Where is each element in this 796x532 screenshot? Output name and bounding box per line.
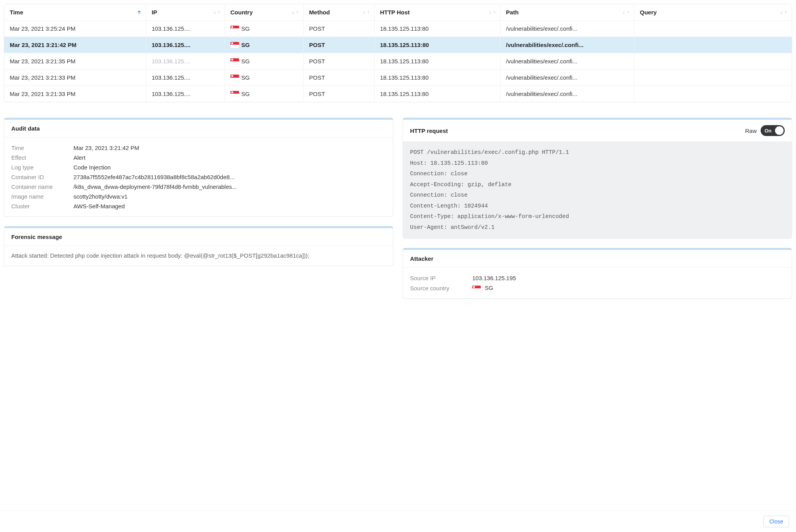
cell: POST xyxy=(304,53,374,70)
cell: 103.136.125.... xyxy=(146,53,225,70)
table-row[interactable]: Mar 23, 2021 3:21:35 PM103.136.125....SG… xyxy=(4,53,792,70)
kv-key: Image name xyxy=(11,193,73,200)
col-path[interactable]: Path xyxy=(500,4,634,21)
cell: Mar 23, 2021 3:21:33 PM xyxy=(4,70,146,86)
sort-asc-icon xyxy=(492,10,496,14)
kv-val: Mar 23, 2021 3:21:42 PM xyxy=(73,145,139,151)
cell xyxy=(634,70,792,86)
flag-sg-icon xyxy=(230,26,239,31)
cell: POST xyxy=(304,86,374,102)
cell: POST xyxy=(304,70,374,86)
http-raw: POST /vulnerabilities/exec/.config.php H… xyxy=(403,142,792,238)
kv-val: Alert xyxy=(73,154,86,161)
sort-desc-icon xyxy=(780,10,784,14)
raw-toggle[interactable]: On xyxy=(761,125,785,136)
sort-desc-icon xyxy=(213,10,216,14)
cell: 103.136.125.... xyxy=(146,37,225,53)
forensic-title: Forensic message xyxy=(4,228,393,246)
col-method[interactable]: Method xyxy=(304,4,374,21)
cell: 103.136.125.... xyxy=(146,70,225,86)
kv-key: Effect xyxy=(11,154,73,161)
sort-asc-icon xyxy=(626,10,630,14)
toggle-knob xyxy=(775,126,784,135)
sort-desc-icon xyxy=(362,10,366,14)
cell: /vulnerabilities/exec/.confi... xyxy=(500,70,634,86)
events-table: TimeIPCountryMethodHTTP HostPathQuery Ma… xyxy=(4,4,792,102)
http-title: HTTP request xyxy=(410,127,448,134)
kv-val: 2738a7f5552efe487ac7c4b28116938a8bf8c58a… xyxy=(73,174,235,180)
sort-asc-icon xyxy=(295,10,299,14)
cell: 18.135.125.113:80 xyxy=(374,70,500,86)
cell: 18.135.125.113:80 xyxy=(374,21,500,37)
cell: Mar 23, 2021 3:21:35 PM xyxy=(4,53,146,70)
cell: Mar 23, 2021 3:21:33 PM xyxy=(4,86,146,102)
cell: 103.136.125.... xyxy=(146,86,225,102)
cell: Mar 23, 2021 3:21:42 PM xyxy=(4,37,146,53)
kv-row: Source IP103.136.125.195 xyxy=(410,273,785,283)
cell: SG xyxy=(225,70,304,86)
table-row[interactable]: Mar 23, 2021 3:21:33 PM103.136.125....SG… xyxy=(4,70,792,86)
col-query[interactable]: Query xyxy=(634,4,792,21)
http-request-card: HTTP request Raw On POST /vulnerabilitie… xyxy=(403,118,792,239)
table-row[interactable]: Mar 23, 2021 3:25:24 PM103.136.125....SG… xyxy=(4,21,792,37)
flag-sg-icon xyxy=(230,75,239,80)
kv-row: EffectAlert xyxy=(11,153,386,162)
cell: /vulnerabilities/exec/.confi... xyxy=(500,53,634,70)
cell: 103.136.125.... xyxy=(146,21,225,37)
cell xyxy=(634,37,792,53)
flag-sg-icon xyxy=(230,91,239,97)
cell: /vulnerabilities/exec/.confi... xyxy=(500,37,634,53)
kv-row: ClusterAWS-Self-Managed xyxy=(11,201,386,211)
kv-val: AWS-Self-Managed xyxy=(73,203,125,209)
cell: 18.135.125.113:80 xyxy=(374,86,500,102)
cell: 18.135.125.113:80 xyxy=(374,37,500,53)
flag-sg-icon xyxy=(472,286,481,291)
sort-asc-icon xyxy=(136,10,142,15)
cell xyxy=(634,53,792,70)
kv-key: Log type xyxy=(11,164,73,171)
cell: POST xyxy=(304,37,374,53)
cell: SG xyxy=(225,86,304,102)
table-row[interactable]: Mar 23, 2021 3:21:33 PM103.136.125....SG… xyxy=(4,86,792,102)
kv-row: TimeMar 23, 2021 3:21:42 PM xyxy=(11,143,386,153)
col-host[interactable]: HTTP Host xyxy=(374,4,500,21)
kv-val: 103.136.125.195 xyxy=(472,275,516,281)
kv-row: Image namescotty2hotty/dvwa:v1 xyxy=(11,192,386,201)
flag-sg-icon xyxy=(230,42,239,48)
attacker-title: Attacker xyxy=(403,250,792,268)
forensic-card: Forensic message Attack started: Detecte… xyxy=(4,226,393,266)
kv-val: Code Injection xyxy=(73,164,111,171)
cell xyxy=(634,21,792,37)
sort-desc-icon xyxy=(291,10,295,14)
kv-row: Container name/k8s_dvwa_dvwa-deployment-… xyxy=(11,182,386,192)
kv-key: Source IP xyxy=(410,275,472,281)
forensic-message: Attack started: Detected php code inject… xyxy=(11,251,386,260)
col-ip[interactable]: IP xyxy=(146,4,225,21)
attacker-card: Attacker Source IP103.136.125.195Source … xyxy=(403,248,792,299)
sort-asc-icon xyxy=(217,10,221,14)
kv-val: SG xyxy=(472,284,493,291)
cell: 18.135.125.113:80 xyxy=(374,53,500,70)
cell: /vulnerabilities/exec/.confi... xyxy=(500,21,634,37)
kv-val: /k8s_dvwa_dvwa-deployment-79fd78f4d8-fvm… xyxy=(73,183,237,190)
kv-key: Time xyxy=(11,145,73,151)
kv-row: Container ID2738a7f5552efe487ac7c4b28116… xyxy=(11,172,386,182)
sort-asc-icon xyxy=(367,10,370,14)
flag-sg-icon xyxy=(230,58,239,64)
kv-row: Source country SG xyxy=(410,283,785,293)
kv-row: Log typeCode Injection xyxy=(11,162,386,172)
cell: SG xyxy=(225,37,304,53)
col-country[interactable]: Country xyxy=(225,4,304,21)
cell: SG xyxy=(225,21,304,37)
cell: /vulnerabilities/exec/.confi... xyxy=(500,86,634,102)
audit-data-card: Audit data TimeMar 23, 2021 3:21:42 PMEf… xyxy=(4,118,393,217)
sort-desc-icon xyxy=(488,10,492,14)
sort-asc-icon xyxy=(784,10,788,14)
raw-label: Raw xyxy=(745,127,757,134)
table-row[interactable]: Mar 23, 2021 3:21:42 PM103.136.125....SG… xyxy=(4,37,792,53)
cell: POST xyxy=(304,21,374,37)
audit-title: Audit data xyxy=(4,120,393,138)
cell: SG xyxy=(225,53,304,70)
kv-key: Container name xyxy=(11,183,73,190)
col-time[interactable]: Time xyxy=(4,4,146,21)
